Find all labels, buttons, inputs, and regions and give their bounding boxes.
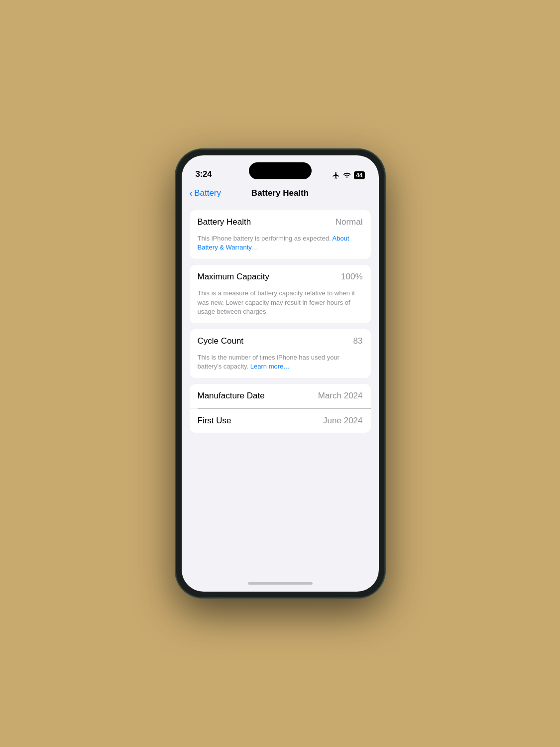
status-icons: 44: [332, 171, 364, 179]
cycle-count-learn-more-link[interactable]: Learn more…: [250, 363, 290, 370]
content-area: Battery Health Normal This iPhone batter…: [182, 204, 379, 575]
maximum-capacity-row: Maximum Capacity 100%: [190, 265, 371, 289]
battery-health-desc-text: This iPhone battery is performing as exp…: [198, 235, 331, 242]
page-title: Battery Health: [251, 188, 309, 198]
phone-screen: 3:24 44 ‹ Battery Bat: [182, 155, 379, 592]
manufacture-date-value: March 2024: [318, 391, 363, 401]
chevron-left-icon: ‹: [190, 187, 193, 199]
wifi-icon: [343, 171, 351, 179]
battery-health-row: Battery Health Normal: [190, 210, 371, 234]
manufacture-date-label: Manufacture Date: [198, 391, 265, 401]
navigation-bar: ‹ Battery Battery Health: [182, 182, 379, 204]
first-use-row: First Use June 2024: [190, 409, 371, 433]
battery-health-label: Battery Health: [198, 217, 251, 227]
first-use-value: June 2024: [323, 416, 362, 426]
cycle-count-value: 83: [353, 336, 363, 346]
phone-frame: 3:24 44 ‹ Battery Bat: [176, 149, 385, 598]
maximum-capacity-desc-text: This is a measure of battery capacity re…: [198, 289, 355, 315]
cycle-count-card: Cycle Count 83 This is the number of tim…: [190, 329, 371, 378]
battery-indicator: 44: [354, 171, 364, 179]
cycle-count-description: This is the number of times iPhone has u…: [190, 353, 371, 378]
maximum-capacity-value: 100%: [341, 272, 362, 282]
manufacture-dates-card: Manufacture Date March 2024 First Use Ju…: [190, 384, 371, 433]
battery-health-card: Battery Health Normal This iPhone batter…: [190, 210, 371, 259]
manufacture-date-row: Manufacture Date March 2024: [190, 384, 371, 408]
maximum-capacity-label: Maximum Capacity: [198, 272, 270, 282]
status-time: 3:24: [196, 169, 212, 179]
maximum-capacity-card: Maximum Capacity 100% This is a measure …: [190, 265, 371, 323]
cycle-count-label: Cycle Count: [198, 336, 244, 346]
maximum-capacity-description: This is a measure of battery capacity re…: [190, 289, 371, 323]
dynamic-island: [249, 162, 312, 179]
first-use-label: First Use: [198, 416, 231, 426]
airplane-icon: [332, 171, 340, 179]
home-indicator: [182, 575, 379, 592]
back-label: Battery: [194, 188, 221, 198]
home-bar: [248, 582, 313, 585]
battery-health-description: This iPhone battery is performing as exp…: [190, 234, 371, 259]
battery-level: 44: [356, 172, 362, 179]
back-button[interactable]: ‹ Battery: [190, 188, 222, 199]
battery-health-value: Normal: [336, 217, 363, 227]
cycle-count-row: Cycle Count 83: [190, 329, 371, 353]
